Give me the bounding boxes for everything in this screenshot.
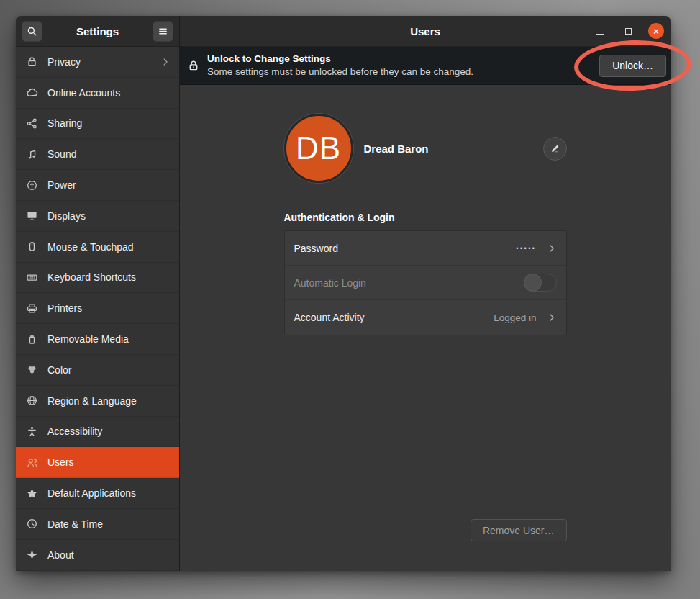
power-icon bbox=[26, 179, 38, 192]
automatic-login-toggle[interactable] bbox=[524, 274, 557, 292]
star-icon bbox=[26, 487, 38, 500]
unlock-banner: Unlock to Change Settings Some settings … bbox=[180, 47, 671, 85]
avatar[interactable]: DB bbox=[284, 114, 353, 183]
sidebar-item-label: Default Applications bbox=[47, 487, 136, 499]
close-button[interactable]: × bbox=[648, 23, 664, 39]
keyboard-icon bbox=[26, 271, 38, 284]
sidebar-item-label: Printers bbox=[47, 302, 82, 314]
cloud-icon bbox=[26, 86, 38, 99]
menu-button[interactable] bbox=[153, 21, 173, 42]
unlock-banner-subtitle: Some settings must be unlocked before th… bbox=[207, 66, 473, 78]
sidebar-item-users[interactable]: Users bbox=[16, 447, 179, 478]
password-row[interactable]: Password ••••• bbox=[285, 231, 566, 266]
sidebar-item-date-time[interactable]: Date & Time bbox=[16, 509, 179, 540]
sidebar-item-removable-media[interactable]: Removable Media bbox=[16, 324, 179, 355]
users-content: DB Dread Baron Authentication & Login Pa… bbox=[180, 85, 671, 571]
auth-section-heading: Authentication & Login bbox=[284, 212, 567, 223]
printer-icon bbox=[26, 302, 38, 315]
password-dots: ••••• bbox=[516, 245, 536, 252]
automatic-login-row: Automatic Login bbox=[285, 266, 566, 300]
lock-icon bbox=[187, 59, 200, 72]
sidebar-item-online-accounts[interactable]: Online Accounts bbox=[16, 78, 179, 109]
account-activity-row[interactable]: Account Activity Logged in bbox=[285, 300, 566, 335]
sidebar-item-label: Region & Language bbox=[47, 395, 137, 407]
search-button[interactable] bbox=[22, 21, 42, 42]
sidebar-item-label: Online Accounts bbox=[47, 87, 120, 99]
sidebar-item-sound[interactable]: Sound bbox=[16, 139, 179, 170]
close-icon: × bbox=[653, 27, 659, 36]
account-activity-label: Account Activity bbox=[294, 312, 365, 323]
sidebar-item-accessibility[interactable]: Accessibility bbox=[16, 417, 179, 448]
hamburger-menu-icon bbox=[158, 26, 168, 37]
sidebar-item-label: Keyboard Shortcuts bbox=[47, 271, 136, 283]
sidebar-item-power[interactable]: Power bbox=[16, 170, 179, 201]
account-activity-value: Logged in bbox=[494, 312, 536, 323]
sound-icon bbox=[26, 148, 38, 161]
share-icon bbox=[26, 117, 38, 130]
pencil-icon bbox=[550, 143, 560, 154]
sidebar-item-sharing[interactable]: Sharing bbox=[16, 109, 179, 140]
main-panel: Users × Unlock to Change Settings Some s… bbox=[180, 16, 671, 571]
users-icon bbox=[26, 456, 38, 469]
minimize-button[interactable] bbox=[592, 23, 608, 39]
unlock-banner-title: Unlock to Change Settings bbox=[207, 53, 473, 66]
sidebar-item-color[interactable]: Color bbox=[16, 355, 179, 386]
minimize-icon bbox=[596, 34, 604, 35]
maximize-button[interactable] bbox=[620, 23, 636, 39]
sidebar-item-label: Sharing bbox=[47, 117, 82, 129]
user-profile: DB Dread Baron bbox=[284, 114, 567, 183]
settings-window: Settings PrivacyOnline AccountsSharingSo… bbox=[16, 16, 671, 571]
sidebar-item-keyboard-shortcuts[interactable]: Keyboard Shortcuts bbox=[16, 263, 179, 294]
sidebar-item-default-applications[interactable]: Default Applications bbox=[16, 478, 179, 509]
color-icon bbox=[26, 364, 38, 376]
sidebar-item-label: About bbox=[47, 549, 74, 561]
sparkle-icon bbox=[26, 549, 38, 561]
sidebar-item-label: Power bbox=[47, 179, 76, 191]
window-controls: × bbox=[592, 23, 664, 39]
sidebar-title: Settings bbox=[42, 25, 153, 37]
sidebar-item-printers[interactable]: Printers bbox=[16, 293, 179, 324]
sidebar-item-displays[interactable]: Displays bbox=[16, 201, 179, 232]
chevron-right-icon bbox=[547, 312, 557, 323]
automatic-login-label: Automatic Login bbox=[294, 277, 366, 289]
removable-media-icon bbox=[26, 333, 38, 346]
remove-user-button[interactable]: Remove User… bbox=[471, 519, 567, 541]
edit-name-button[interactable] bbox=[543, 137, 567, 161]
sidebar-headerbar: Settings bbox=[16, 16, 179, 47]
sidebar-item-label: Date & Time bbox=[47, 518, 103, 530]
sidebar-item-label: Removable Media bbox=[47, 333, 129, 345]
toggle-knob bbox=[524, 274, 542, 292]
clock-icon bbox=[26, 518, 38, 530]
sidebar-item-about[interactable]: About bbox=[16, 540, 179, 571]
sidebar: Settings PrivacyOnline AccountsSharingSo… bbox=[16, 16, 180, 571]
sidebar-item-label: Accessibility bbox=[47, 425, 102, 437]
sidebar-item-label: Color bbox=[47, 364, 71, 376]
sidebar-item-label: Displays bbox=[47, 210, 86, 222]
sidebar-item-label: Mouse & Touchpad bbox=[47, 241, 134, 253]
titlebar[interactable]: Users × bbox=[180, 16, 671, 47]
sidebar-list: PrivacyOnline AccountsSharingSoundPowerD… bbox=[16, 47, 179, 571]
sidebar-item-label: Sound bbox=[47, 148, 76, 160]
mouse-icon bbox=[26, 240, 38, 253]
password-label: Password bbox=[294, 243, 338, 254]
unlock-button[interactable]: Unlock… bbox=[599, 55, 666, 77]
accessibility-icon bbox=[26, 425, 38, 438]
chevron-right-icon bbox=[547, 243, 557, 253]
sidebar-item-region-language[interactable]: Region & Language bbox=[16, 386, 179, 417]
sidebar-item-mouse-touchpad[interactable]: Mouse & Touchpad bbox=[16, 232, 179, 263]
chevron-right-icon bbox=[160, 57, 171, 67]
globe-icon bbox=[26, 395, 38, 407]
unlock-banner-text: Unlock to Change Settings Some settings … bbox=[207, 53, 473, 78]
user-name: Dread Baron bbox=[364, 143, 429, 155]
search-icon bbox=[27, 26, 37, 37]
lock-icon bbox=[26, 55, 38, 68]
sidebar-item-label: Users bbox=[47, 456, 74, 468]
sidebar-item-privacy[interactable]: Privacy bbox=[16, 47, 179, 78]
display-icon bbox=[26, 210, 38, 222]
maximize-icon bbox=[625, 28, 632, 35]
auth-card: Password ••••• Automatic Login Accou bbox=[284, 230, 567, 335]
sidebar-item-label: Privacy bbox=[47, 56, 81, 68]
